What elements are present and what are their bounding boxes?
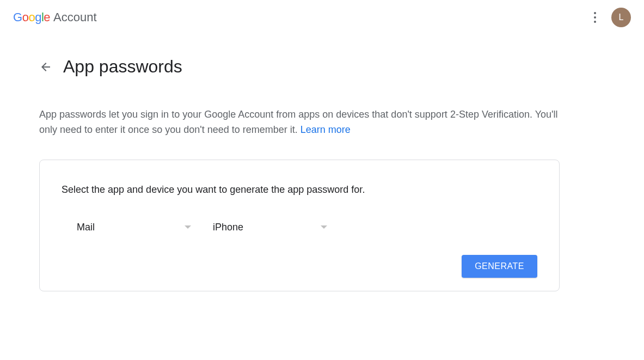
title-row: App passwords — [39, 57, 560, 77]
page-title: App passwords — [63, 57, 182, 77]
generate-button[interactable]: GENERATE — [462, 255, 537, 278]
app-select[interactable]: Mail — [77, 222, 191, 233]
chevron-down-icon — [321, 225, 327, 229]
generate-card: Select the app and device you want to ge… — [39, 160, 560, 291]
google-logo: Google — [13, 10, 50, 25]
header-actions: L — [588, 7, 631, 28]
avatar-letter: L — [619, 13, 624, 22]
card-footer: GENERATE — [62, 255, 537, 278]
page-description: App passwords let you sign in to your Go… — [39, 107, 560, 138]
main-content: App passwords App passwords let you sign… — [0, 35, 599, 313]
learn-more-link[interactable]: Learn more — [300, 124, 351, 135]
back-arrow-icon[interactable] — [39, 60, 52, 74]
card-instruction: Select the app and device you want to ge… — [62, 184, 537, 196]
header: Google Account L — [0, 0, 644, 35]
chevron-down-icon — [185, 225, 191, 229]
account-product-label: Account — [53, 10, 97, 25]
device-select-value: iPhone — [213, 222, 243, 233]
logo[interactable]: Google Account — [13, 10, 97, 25]
device-select[interactable]: iPhone — [213, 222, 327, 233]
avatar[interactable]: L — [611, 8, 631, 27]
selectors-row: Mail iPhone — [62, 222, 537, 233]
app-select-value: Mail — [77, 222, 95, 233]
more-options-icon[interactable] — [588, 7, 602, 28]
description-text: App passwords let you sign in to your Go… — [39, 109, 557, 135]
